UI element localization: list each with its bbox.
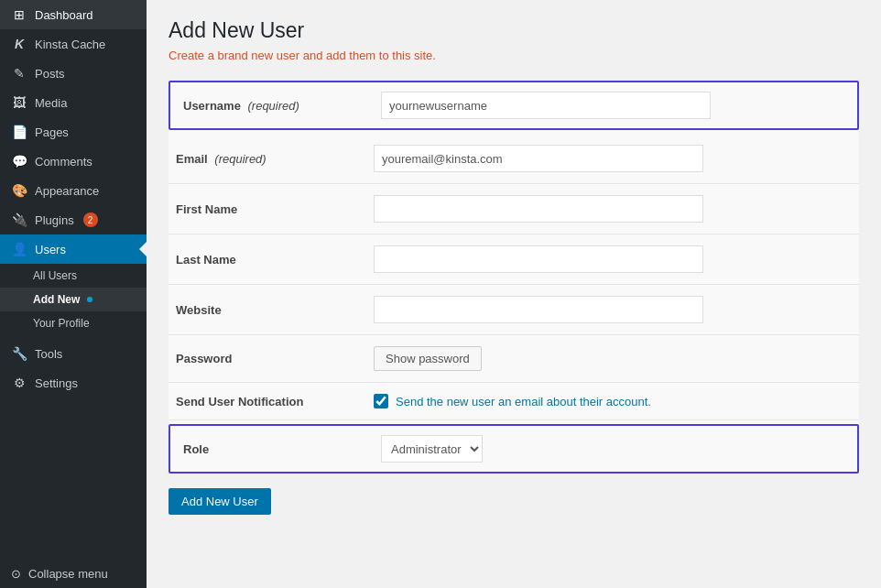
posts-icon: ✎ — [11, 66, 27, 81]
your-profile-label: Your Profile — [33, 317, 90, 330]
sidebar-item-comments[interactable]: 💬 Comments — [0, 147, 147, 176]
plugins-badge: 2 — [83, 212, 98, 227]
email-row: Email (required) — [169, 134, 859, 184]
notification-text: Send the new user an email about their a… — [396, 395, 651, 408]
form-container: Username (required) Email (required) Fir… — [169, 81, 859, 474]
collapse-icon: ⊙ — [11, 567, 21, 581]
password-row: Password Show password — [169, 335, 859, 383]
pages-icon: 📄 — [11, 125, 27, 139]
sidebar-item-kinsta-cache[interactable]: K Kinsta Cache — [0, 29, 147, 59]
sidebar-item-label: Settings — [35, 376, 78, 390]
sidebar-item-label: Posts — [35, 67, 65, 81]
firstname-label: First Name — [172, 202, 374, 216]
media-icon: 🖼 — [11, 95, 27, 110]
sidebar-sub-your-profile[interactable]: Your Profile — [0, 311, 147, 335]
sidebar-item-dashboard[interactable]: ⊞ Dashboard — [0, 0, 147, 29]
plugins-icon: 🔌 — [11, 212, 27, 227]
sidebar-item-label: Comments — [35, 155, 92, 169]
collapse-label: Collapse menu — [28, 567, 108, 581]
comments-icon: 💬 — [11, 154, 27, 169]
tools-icon: 🔧 — [11, 346, 27, 361]
page-title: Add New User — [169, 18, 859, 43]
show-password-button[interactable]: Show password — [374, 346, 482, 371]
sidebar-item-label: Plugins — [35, 213, 74, 227]
dashboard-icon: ⊞ — [11, 7, 27, 22]
firstname-input[interactable] — [374, 195, 703, 223]
sidebar-item-tools[interactable]: 🔧 Tools — [0, 339, 147, 368]
sidebar: ⊞ Dashboard K Kinsta Cache ✎ Posts 🖼 Med… — [0, 0, 147, 588]
users-icon: 👤 — [11, 242, 27, 256]
firstname-row: First Name — [169, 184, 859, 234]
main-content: Add New User Create a brand new user and… — [147, 0, 881, 588]
sidebar-item-pages[interactable]: 📄 Pages — [0, 117, 147, 147]
sidebar-item-label: Appearance — [35, 184, 99, 198]
lastname-input[interactable] — [374, 245, 703, 273]
sidebar-item-label: Users — [35, 243, 66, 256]
notification-label: Send User Notification — [172, 395, 374, 408]
sidebar-item-posts[interactable]: ✎ Posts — [0, 59, 147, 88]
notification-content: Send the new user an email about their a… — [374, 394, 651, 408]
email-input[interactable] — [374, 145, 703, 172]
website-row: Website — [169, 285, 859, 335]
settings-icon: ⚙ — [11, 376, 27, 390]
page-subtitle: Create a brand new user and add them to … — [169, 49, 859, 62]
username-input[interactable] — [381, 92, 711, 119]
sidebar-item-label: Dashboard — [35, 8, 93, 22]
appearance-icon: 🎨 — [11, 183, 27, 198]
sidebar-item-settings[interactable]: ⚙ Settings — [0, 368, 147, 397]
kinsta-cache-icon: K — [11, 37, 27, 51]
collapse-menu[interactable]: ⊙ Collapse menu — [0, 560, 147, 588]
sidebar-item-plugins[interactable]: 🔌 Plugins 2 — [0, 205, 147, 234]
add-new-user-button[interactable]: Add New User — [169, 488, 271, 515]
lastname-label: Last Name — [172, 253, 374, 267]
sidebar-item-users[interactable]: 👤 Users — [0, 234, 147, 264]
email-label: Email (required) — [172, 152, 374, 166]
sidebar-sub-all-users[interactable]: All Users — [0, 264, 147, 288]
notification-checkbox[interactable] — [374, 394, 388, 408]
sidebar-item-label: Media — [35, 96, 67, 110]
role-select[interactable]: Administrator Editor Author Contributor … — [381, 435, 483, 463]
role-label: Role — [179, 442, 381, 456]
website-label: Website — [172, 303, 374, 317]
notification-row: Send User Notification Send the new user… — [169, 383, 859, 420]
all-users-label: All Users — [33, 269, 77, 282]
website-input[interactable] — [374, 296, 703, 323]
sidebar-item-appearance[interactable]: 🎨 Appearance — [0, 176, 147, 205]
username-field-highlighted: Username (required) — [169, 81, 859, 130]
role-field-highlighted: Role Administrator Editor Author Contrib… — [169, 424, 859, 474]
sidebar-item-label: Tools — [35, 347, 62, 361]
sidebar-item-label: Kinsta Cache — [35, 38, 105, 51]
password-label: Password — [172, 352, 374, 365]
sidebar-arrow — [139, 242, 147, 256]
sidebar-sub-add-new[interactable]: Add New — [0, 288, 147, 311]
sidebar-item-media[interactable]: 🖼 Media — [0, 88, 147, 117]
add-new-dot — [87, 297, 92, 302]
add-new-label: Add New — [33, 293, 80, 306]
lastname-row: Last Name — [169, 234, 859, 285]
sidebar-item-label: Pages — [35, 125, 69, 139]
username-label: Username (required) — [179, 99, 381, 113]
